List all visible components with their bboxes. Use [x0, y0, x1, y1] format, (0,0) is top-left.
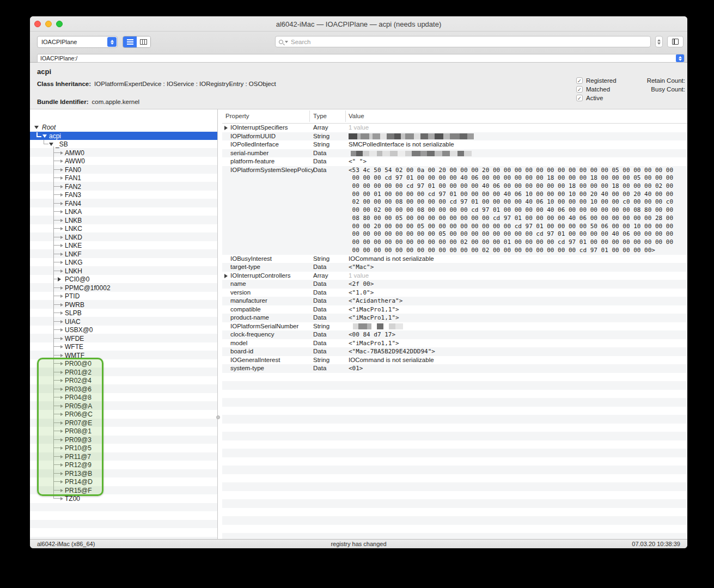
tree-item-amw0[interactable]: AMW0 — [30, 149, 217, 157]
column-separator[interactable] — [345, 111, 346, 122]
property-name: IOPolledInterface — [230, 141, 279, 148]
property-type: Data — [313, 280, 326, 287]
property-row-ioplatformserialnumber[interactable]: IOPlatformSerialNumberString — [222, 322, 687, 331]
tree-item-label: FAN4 — [65, 200, 81, 207]
tree-item-ppmc@1f0002[interactable]: PPMC@1f0002 — [30, 284, 217, 292]
tree-arrow-icon — [60, 337, 63, 340]
window-chrome: al6042-iMac — IOACPIPlane — acpi (needs … — [30, 16, 687, 63]
tree-item-usbx@0[interactable]: USBX@0 — [30, 326, 217, 334]
tree-item-aww0[interactable]: AWW0 — [30, 157, 217, 166]
disclosure-triangle-icon[interactable] — [58, 277, 61, 281]
property-name: IOInterruptSpecifiers — [230, 124, 288, 131]
tree-item-_sb[interactable]: _SB — [30, 140, 217, 149]
tree-item-label: PTID — [65, 292, 80, 300]
tree-item-fan4[interactable]: FAN4 — [30, 199, 217, 208]
property-row-iobusyinterest[interactable]: IOBusyInterestStringIOCommand is not ser… — [222, 255, 687, 264]
tree-item-label: PCI0@0 — [65, 275, 90, 283]
tree-item-wfte[interactable]: WFTE — [30, 342, 217, 351]
tree-item-lnkg[interactable]: LNKG — [30, 258, 217, 267]
property-row-model[interactable]: modelData<"iMacPro1,1"> — [222, 339, 687, 348]
tree-item-slpb[interactable]: SLPB — [30, 309, 217, 317]
path-field[interactable]: IOACPIPlane:/ — [37, 54, 685, 63]
disclosure-triangle-icon[interactable] — [224, 274, 228, 278]
property-row-iogeneralinterest[interactable]: IOGeneralInterestStringIOCommand is not … — [222, 356, 687, 365]
tree-item-lnkc[interactable]: LNKC — [30, 224, 217, 233]
property-name: target-type — [230, 264, 260, 270]
column-header-value[interactable]: Value — [349, 113, 364, 119]
tree-item-fan2[interactable]: FAN2 — [30, 182, 217, 191]
list-view-button[interactable] — [123, 36, 137, 47]
property-row-platform-feature[interactable]: platform-featureData<" "> — [222, 157, 687, 166]
column-header-type[interactable]: Type — [313, 113, 327, 119]
tree-item-lnkf[interactable]: LNKF — [30, 250, 217, 259]
property-row-iointerruptspecifiers[interactable]: IOInterruptSpecifiersArray1 value — [222, 124, 687, 132]
tree-item-lnka[interactable]: LNKA — [30, 207, 217, 216]
checkbox-active[interactable]: ✓Active — [576, 95, 617, 101]
tree-item-fan3[interactable]: FAN3 — [30, 191, 217, 199]
state-checkboxes: ✓Registered✓Matched✓Active — [576, 77, 617, 101]
column-separator[interactable] — [309, 111, 310, 122]
tree-item-fan0[interactable]: FAN0 — [30, 166, 217, 174]
list-view-icon — [127, 39, 133, 45]
disclosure-triangle-icon[interactable] — [224, 126, 228, 130]
tree-branch-line — [53, 287, 60, 288]
property-value: IOCommand is not serializable — [349, 357, 434, 363]
plane-dropdown[interactable]: IOACPIPlane — [37, 36, 118, 48]
tree-item-label: TZ00 — [65, 495, 80, 503]
tree-item-pwrb[interactable]: PWRB — [30, 301, 217, 309]
checkbox-registered[interactable]: ✓Registered — [576, 77, 617, 84]
tree-branch-line — [53, 169, 60, 170]
tree-item-ptid[interactable]: PTID — [30, 292, 217, 301]
property-row-compatible[interactable]: compatibleData<"iMacPro1,1"> — [222, 305, 687, 314]
property-row-ioplatformuuid[interactable]: IOPlatformUUIDString — [222, 132, 687, 141]
tree-item-pci0@0[interactable]: PCI0@0 — [30, 275, 217, 284]
history-stepper[interactable] — [655, 36, 663, 47]
tree-item-fan1[interactable]: FAN1 — [30, 174, 217, 182]
property-value: <"iMacPro1,1"> — [349, 314, 399, 321]
property-type: Data — [313, 306, 326, 313]
property-row-clock-frequency[interactable]: clock-frequencyData<00 84 d7 17> — [222, 330, 687, 339]
property-type: Data — [313, 365, 326, 371]
tree-item-root[interactable]: Root — [30, 123, 217, 132]
tree-item-acpi[interactable]: acpi — [30, 132, 217, 140]
property-row-iointerruptcontrollers[interactable]: IOInterruptControllersArray1 value — [222, 272, 687, 280]
property-row-serial-number[interactable]: serial-numberData — [222, 149, 687, 158]
tree-item-label: _SB — [56, 140, 68, 148]
property-row-manufacturer[interactable]: manufacturerData<"Acidanthera"> — [222, 297, 687, 305]
tree-item-wfde[interactable]: WFDE — [30, 334, 217, 343]
tree-item-label: AWW0 — [65, 157, 85, 165]
column-view-button[interactable] — [137, 36, 150, 47]
tree-branch-line — [53, 152, 60, 153]
property-row-product-name[interactable]: product-nameData<"iMacPro1,1"> — [222, 314, 687, 322]
title-bar[interactable]: al6042-iMac — IOACPIPlane — acpi (needs … — [30, 16, 687, 32]
property-row-system-type[interactable]: system-typeData<01> — [222, 364, 687, 373]
disclosure-triangle-icon[interactable] — [34, 126, 39, 129]
property-row-board-id[interactable]: board-idData<"Mac-7BA5B2D9E42DDD94"> — [222, 347, 687, 356]
disclosure-triangle-icon[interactable] — [42, 134, 47, 138]
property-row-name[interactable]: nameData<2f 00> — [222, 280, 687, 289]
tree-item-lnkb[interactable]: LNKB — [30, 216, 217, 225]
dropdown-stepper-icon[interactable] — [107, 37, 117, 47]
path-dropdown-icon[interactable] — [676, 54, 684, 62]
property-row-iopolledinterface[interactable]: IOPolledInterfaceStringSMCPolledInterfac… — [222, 140, 687, 149]
tree-item-lnke[interactable]: LNKE — [30, 241, 217, 250]
tree-item-lnkh[interactable]: LNKH — [30, 267, 217, 275]
property-row-target-type[interactable]: target-typeData<"Mac"> — [222, 263, 687, 272]
empty-rows-filler — [222, 373, 687, 540]
tree-item-uiac[interactable]: UIAC — [30, 317, 217, 326]
tree-branch-line — [53, 262, 60, 262]
inspector-toggle-button[interactable] — [667, 36, 684, 47]
search-options-chevron-icon[interactable] — [285, 41, 288, 43]
highlight-annotation — [37, 358, 103, 496]
search-input[interactable]: Search — [275, 36, 651, 47]
column-header-property[interactable]: Property — [225, 113, 249, 119]
pane-splitter-knob[interactable] — [216, 415, 220, 419]
property-row-ioplatformsystemsleeppolicy[interactable]: IOPlatformSystemSleepPolicyData<53 4c 50… — [222, 166, 687, 255]
tree-elbow-connector — [36, 132, 41, 137]
checkbox-matched[interactable]: ✓Matched — [576, 86, 617, 93]
tree-item-lnkd[interactable]: LNKD — [30, 233, 217, 242]
property-type: Data — [313, 289, 326, 296]
property-type: Data — [313, 264, 326, 270]
property-row-version[interactable]: versionData<"1.0"> — [222, 289, 687, 297]
disclosure-triangle-icon[interactable] — [49, 143, 53, 146]
